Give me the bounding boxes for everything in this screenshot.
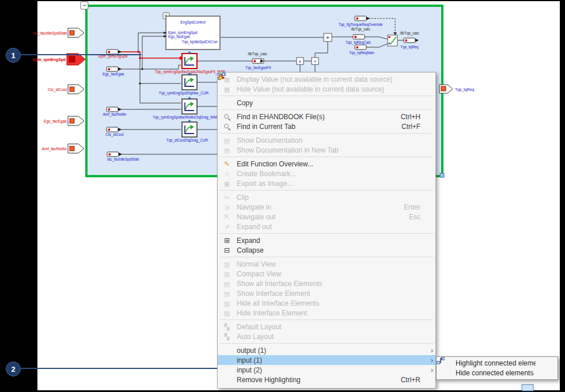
engspdcontrol-block[interactable]: + EngSpdControl Epm_rpmEngSpd Egc_facEga… [163,13,220,50]
menu-item-auto-layout: ▚Auto Layout [218,332,435,341]
menu-item-label: Highlight connected elements [456,359,536,367]
menu-item-label: Show Documentation in New Tab [237,146,414,154]
menu-item-edit-function-overview[interactable]: ✎Edit Function Overview... [218,159,435,169]
blank-icon [222,99,232,107]
expand-out-icon: ⇗ [222,223,232,231]
menu-item-show-documentation-in-new-tab: ▤Show Documentation in New Tab [218,145,435,155]
interface-show-icon: ▤ [222,280,232,288]
port-tqs-tqreq-out[interactable]: Tqs_tqReq [439,85,474,93]
interface-hide-icon: ▨ [222,309,232,317]
search-icon [222,123,232,131]
menu-item-shortcut: Ctrl+H [401,113,427,121]
menu-item-find-in-ehandbook-file-s[interactable]: Find in EHANDBOOK File(s)Ctrl+H [218,112,435,121]
menu-item-label: Collapse [237,246,414,254]
menu-item-label: Copy [237,99,414,107]
port-ctc-stcool[interactable]: Ctc_stCool [48,85,84,94]
callout-line-1 [20,54,141,55]
svg-text:Amf_facRelAir: Amf_facRelAir [103,112,127,117]
menu-item-expand-out: ⇗Expand out [218,222,435,231]
port-egc-facegas[interactable]: Egc_facEgas [44,116,84,125]
menu-item-label: Expand out [237,223,414,231]
menu-item-create-bookmark: ☆Create Bookmark... [218,169,435,178]
callout-badge-2: 2 [6,361,21,376]
screenshot-root: { "colors": { "function_border_green": "… [0,0,565,392]
add-block-small[interactable]: + [312,58,318,64]
svg-text:Egc_facEgas: Egc_facEgas [168,35,190,39]
expandbox-icon: ⊞ [222,237,232,245]
svg-text:Tqs_tqIdleSpdCtrCorr: Tqs_tqIdleSpdCtrCorr [182,40,218,44]
menu-item-label: Hide Value (not available in current dat… [237,85,414,93]
clip-icon: ✂ [222,193,232,201]
svg-text:×: × [298,59,301,64]
search-icon [222,113,232,121]
svg-text:Amf_facRelAir: Amf_facRelAir [42,147,67,151]
menu-item-label: input (2) [237,366,414,374]
callout-number-1: 1 [11,51,15,60]
menu-item-navigate-in: ⇲Navigate inEnter [218,202,435,212]
menu-item-hide-connected-elements[interactable]: Hide connected elements [437,368,558,378]
menu-item-input-1[interactable]: input (1)› [218,355,435,365]
menu-separator [219,319,434,320]
menu-separator [219,257,434,257]
multiply-block[interactable]: × [297,58,304,64]
svg-text:Tqs_stCool2tqDrag_CUR: Tqs_stCool2tqDrag_CUR [166,138,208,143]
menu-item-label: Hide all Interface Elements [237,299,414,307]
star-icon: ☆ [222,170,232,178]
menu-item-highlight-connected-elements[interactable]: Highlight connected elements [437,359,558,368]
menu-item-display-value-not-available-in-current-data-source: ▦Display Value (not available in current… [218,74,435,84]
menu-item-hide-interface-element: ▨Hide Interface Element [218,308,435,318]
menu-separator [219,157,434,157]
value-hide-icon: ▦ [222,85,232,93]
svg-text:Iac_facIdleSpdStab: Iac_facIdleSpdStab [107,157,139,162]
menu-item-input-2[interactable]: input (2)› [218,365,435,375]
menu-separator [219,109,434,110]
menu-item-copy[interactable]: Copy [218,98,435,108]
menu-item-label: Show Interface Element [237,290,414,298]
menu-item-compact-view: ▥Compact View [218,269,435,279]
menu-item-label: Default Layout [237,323,414,331]
add-block-main[interactable]: + [324,33,332,41]
port-iac-facidlespdstab[interactable]: Iac_facIdleSpdStab [33,28,84,37]
partial-diagram-element [522,385,533,391]
menu-item-shortcut: Ctrl+R [401,376,427,384]
callout-number-2: 2 [11,365,15,374]
menu-item-label: Normal View [237,260,414,268]
menu-item-hide-value-not-available-in-current-data-source: ▦Hide Value (not available in current da… [218,84,435,94]
document-icon: ▤ [222,146,232,154]
menu-item-shortcut: Ctrl+F [401,123,427,131]
submenu-arrow-icon: › [427,356,433,364]
svg-text:Egc_facEgas: Egc_facEgas [103,72,124,77]
svg-text:/B/Tqs_calc: /B/Tqs_calc [400,31,419,36]
svg-text:Tqs_tqReq: Tqs_tqReq [455,87,474,92]
menu-item-output-1[interactable]: output (1)› [218,345,435,355]
submenu-arrow-icon: › [427,366,433,374]
collapse-button[interactable]: − [81,1,88,9]
menu-item-label: Expand [237,237,414,245]
menu-item-clip: ✂Clip [218,192,435,202]
svg-text:Iac_facIdleSpdStab: Iac_facIdleSpdStab [33,31,67,36]
submenu-arrow-icon: › [427,347,433,355]
image-icon: ▣ [222,180,232,188]
menu-item-label: Remove Highlighting [237,376,394,384]
callout-badge-1: 1 [6,48,21,63]
callout-line-2 [20,368,217,369]
menu-item-label: input (1) [237,356,414,364]
menu-item-expand[interactable]: ⊞Expand [218,235,435,245]
menu-separator [219,233,434,234]
pencil-icon: ✎ [222,160,232,168]
svg-text:Egc_facEgas: Egc_facEgas [44,119,67,124]
menu-item-collapse[interactable]: ⊟Collapse [218,245,435,255]
collapsebox-icon: ⊟ [222,246,232,254]
menu-item-find-in-current-tab[interactable]: Find in Current TabCtrl+F [218,121,435,131]
connector-output-icon [222,347,232,355]
menu-item-show-all-interface-elements: ▤Show all Interface Elements [218,279,435,288]
menu-item-remove-highlighting[interactable]: Remove HighlightingCtrl+R [218,375,435,385]
context-submenu: Highlight connected elementsHide connect… [436,356,558,380]
svg-text:/B/Tqs_calc: /B/Tqs_calc [248,52,267,56]
resize-handle[interactable] [440,173,444,177]
svg-text:Tqs_tqReqCalc: Tqs_tqReqCalc [346,40,371,45]
switch-block[interactable] [388,35,397,46]
menu-item-label: Hide Interface Element [237,309,414,317]
port-amf-facrelair[interactable]: Amf_facRelAir [42,144,84,153]
context-menu: ▦Display Value (not available in current… [217,72,436,389]
